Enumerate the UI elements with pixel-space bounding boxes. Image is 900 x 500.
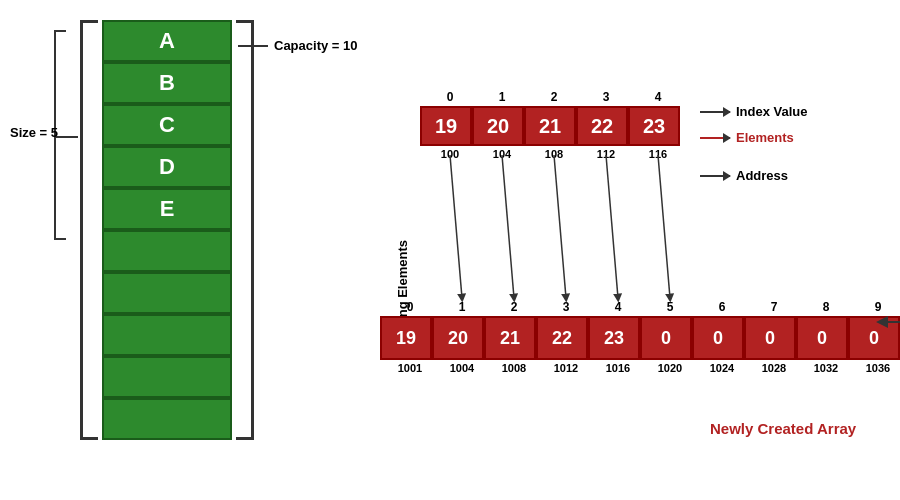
bottom-array-section: 0123456789 192021222300000 1001100410081… [380,300,900,374]
bottom-address-cell-9: 1036 [852,362,900,374]
capacity-text: Capacity = 10 [274,38,357,53]
bottom-index-cell-6: 6 [696,300,748,314]
top-array-cell-4: 23 [628,106,680,146]
svg-line-3 [606,155,618,298]
bottom-index-cell-4: 4 [592,300,644,314]
top-address-cell-0: 100 [424,148,476,160]
stack-cell-3: D [102,146,232,188]
top-index-cell-3: 3 [580,90,632,104]
stack-cell-4: E [102,188,232,230]
bottom-array-cell-7: 0 [744,316,796,360]
arrow-elements-icon [700,137,730,139]
legend-address: Address [700,168,788,183]
top-array-cell-0: 19 [420,106,472,146]
svg-line-4 [658,155,670,298]
stack-cells: ABCDE [102,20,232,440]
svg-line-0 [450,155,462,298]
top-array-cell-3: 22 [576,106,628,146]
svg-line-2 [554,155,566,298]
bottom-address-cell-7: 1028 [748,362,800,374]
stack-cell-8 [102,356,232,398]
newly-created-label: Newly Created Array [710,420,856,437]
bottom-index-cell-2: 2 [488,300,540,314]
bottom-array-cell-6: 0 [692,316,744,360]
capacity-line [238,45,268,47]
bottom-address-cell-1: 1004 [436,362,488,374]
svg-line-1 [502,155,514,298]
top-array-row: 1920212223 [420,106,684,146]
bottom-address-cell-8: 1032 [800,362,852,374]
top-index-cell-1: 1 [476,90,528,104]
bottom-address-row: 1001100410081012101610201024102810321036 [384,362,900,374]
bottom-address-cell-4: 1016 [592,362,644,374]
top-index-cell-4: 4 [632,90,684,104]
stack-section: ABCDE [80,20,254,440]
bottom-array-cell-3: 22 [536,316,588,360]
main-container: Size = 5 ABCDE Capacity = 10 01234 19202… [0,0,900,500]
bottom-index-cell-1: 1 [436,300,488,314]
bottom-index-row: 0123456789 [384,300,900,314]
top-array-cell-1: 20 [472,106,524,146]
top-index-cell-2: 2 [528,90,580,104]
arrow-index-icon [700,111,730,113]
stack-cell-6 [102,272,232,314]
top-index-row: 01234 [424,90,684,104]
stack-cell-9 [102,398,232,440]
stack-cell-0: A [102,20,232,62]
top-address-cell-2: 108 [528,148,580,160]
stack-cell-2: C [102,104,232,146]
bottom-index-cell-8: 8 [800,300,852,314]
stack-bracket-left [80,20,98,440]
top-address-row: 100104108112116 [424,148,684,160]
bottom-address-cell-2: 1008 [488,362,540,374]
stack-cell-5 [102,230,232,272]
bottom-array-cell-8: 0 [796,316,848,360]
bottom-address-cell-5: 1020 [644,362,696,374]
bottom-array-cell-0: 19 [380,316,432,360]
size-label: Size = 5 [10,125,58,140]
bottom-array-cell-2: 21 [484,316,536,360]
bottom-array-cell-5: 0 [640,316,692,360]
bottom-array-cell-9: 0 [848,316,900,360]
bottom-address-cell-0: 1001 [384,362,436,374]
bottom-address-cell-3: 1012 [540,362,592,374]
capacity-label: Capacity = 10 [238,38,357,53]
stack-cell-1: B [102,62,232,104]
legend-index-text: Index Value [736,104,808,119]
top-array-section: 01234 1920212223 100104108112116 [420,90,684,160]
arrow-address-icon [700,175,730,177]
bottom-array-row: 192021222300000 [380,316,900,360]
bottom-array-cell-4: 23 [588,316,640,360]
bottom-address-cell-6: 1024 [696,362,748,374]
bottom-index-cell-5: 5 [644,300,696,314]
top-array-cell-2: 21 [524,106,576,146]
legend-index: Index Value [700,104,808,119]
stack-outer: ABCDE [80,20,254,440]
stack-bracket-right [236,20,254,440]
legend-elements-text: Elements [736,130,794,145]
bottom-array-cell-1: 20 [432,316,484,360]
top-address-cell-3: 112 [580,148,632,160]
bottom-index-cell-9: 9 [852,300,900,314]
top-index-cell-0: 0 [424,90,476,104]
bottom-index-cell-7: 7 [748,300,800,314]
bottom-index-cell-3: 3 [540,300,592,314]
bottom-index-cell-0: 0 [384,300,436,314]
top-address-cell-4: 116 [632,148,684,160]
stack-cell-7 [102,314,232,356]
legend-address-text: Address [736,168,788,183]
top-address-cell-1: 104 [476,148,528,160]
legend-elements: Elements [700,130,794,145]
